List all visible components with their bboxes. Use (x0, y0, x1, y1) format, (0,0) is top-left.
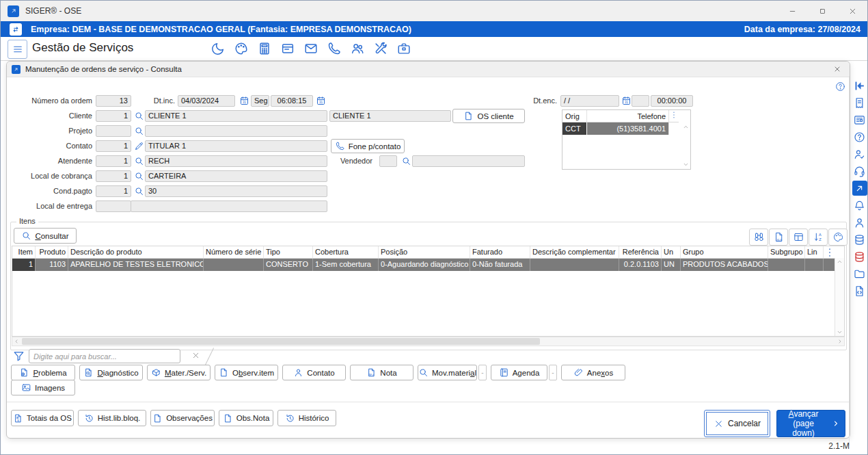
clear-search-icon[interactable] (191, 351, 202, 361)
palette-icon[interactable] (232, 39, 250, 57)
column-header-faturado[interactable]: Faturado (470, 246, 530, 258)
column-header-lin[interactable]: Lin (805, 246, 824, 258)
column-header-descricao-do-produto[interactable]: Descrição do produto (68, 246, 204, 258)
dt-enc-date-field[interactable]: / / (560, 95, 619, 107)
scroll-right-icon[interactable] (836, 338, 844, 345)
table-row[interactable]: 11103APARELHO DE TESTES ELETRONICOSCONSE… (12, 259, 844, 271)
cliente-code-field[interactable]: 1 (96, 110, 131, 122)
local-cobranca-name-field[interactable]: CARTEIRA (145, 170, 327, 182)
help-icon[interactable] (835, 81, 846, 92)
consultar-button[interactable]: Consultar (14, 228, 77, 244)
sidebar-help-icon[interactable] (852, 129, 867, 144)
phone-row[interactable]: CCT(51)3581.4001 (562, 122, 690, 135)
scroll-down-icon[interactable] (836, 328, 843, 336)
column-header-numero-de-serie[interactable]: Número de série (204, 246, 264, 258)
os-cliente-button[interactable]: OS cliente (452, 109, 525, 123)
sidebar-news-icon[interactable] (852, 112, 867, 127)
table-menu-icon[interactable] (824, 246, 836, 258)
scroll-left-icon[interactable] (12, 338, 21, 345)
historico-button[interactable]: Histórico (277, 410, 336, 426)
sidebar-database-icon[interactable] (852, 232, 867, 247)
sidebar-code-file-icon[interactable] (852, 283, 867, 298)
filter-icon[interactable] (12, 350, 26, 363)
calendar-icon[interactable]: 31 (239, 95, 250, 107)
dt-inc-time-field[interactable]: 06:08:15 (271, 95, 313, 107)
local-entrega-name-field[interactable] (131, 200, 327, 212)
phone-icon[interactable] (325, 39, 343, 57)
company-switch-icon[interactable] (10, 23, 22, 36)
observ-item-button[interactable]: Observ.item (215, 365, 278, 380)
column-header-produto[interactable]: Produto (36, 246, 68, 258)
sort-az-icon[interactable]: AZ (809, 229, 828, 246)
cond-pagto-code-field[interactable]: 1 (96, 185, 131, 197)
hist-lib-bloq-button[interactable]: Hist.lib.bloq. (78, 410, 146, 426)
dt-enc-time-field[interactable]: 00:00:00 (651, 95, 693, 107)
main-menu-button[interactable] (8, 40, 27, 59)
observacoes-button[interactable]: Observações (150, 410, 215, 426)
calendar-icon[interactable]: 31 (315, 95, 327, 107)
mov-material-dropdown-button[interactable]: - (478, 365, 487, 380)
column-header-cobertura[interactable]: Cobertura (313, 246, 379, 258)
items-vertical-scrollbar[interactable] (835, 258, 844, 336)
column-header-subgrupo[interactable]: Subgrupo (768, 246, 805, 258)
phone-col-orig[interactable]: Orig (562, 110, 587, 122)
cliente-name-field[interactable]: CLIENTE 1 (145, 110, 327, 122)
anexos-button[interactable]: Anexos (561, 365, 625, 380)
contato-code-field[interactable]: 1 (96, 140, 131, 152)
mail-icon[interactable] (302, 39, 320, 57)
vendedor-name-field[interactable] (412, 155, 525, 167)
atendente-name-field[interactable]: RECH (145, 155, 327, 167)
minimize-button[interactable] (777, 1, 807, 21)
problema-button[interactable]: Problema (11, 365, 75, 380)
atendente-code-field[interactable]: 1 (96, 155, 131, 167)
search-icon[interactable] (133, 170, 145, 182)
tools-icon[interactable] (372, 39, 390, 57)
fone-contato-button[interactable]: Fone p/contato (331, 139, 405, 153)
local-cobranca-code-field[interactable]: 1 (96, 170, 131, 182)
column-header-grupo[interactable]: Grupo (681, 246, 768, 258)
briefcase-icon[interactable] (395, 39, 413, 57)
mov-material-button[interactable]: Mov.material (418, 365, 477, 380)
sidebar-bell-icon[interactable] (852, 198, 867, 213)
column-header-item[interactable]: Item (12, 246, 36, 258)
cond-pagto-name-field[interactable]: 30 (145, 185, 327, 197)
nota-button[interactable]: NF-eNota (350, 365, 413, 380)
search-input[interactable] (29, 349, 180, 363)
palette-icon[interactable] (828, 229, 847, 246)
dialog-close-button[interactable] (831, 63, 843, 75)
scrollbar-thumb[interactable] (22, 338, 540, 345)
vendedor-code-field[interactable] (379, 155, 397, 167)
scroll-down-icon[interactable] (682, 161, 690, 168)
sidebar-arrow-ne-icon[interactable] (852, 181, 867, 196)
contato-button[interactable]: Contato (282, 365, 346, 380)
edit-icon[interactable] (133, 140, 145, 152)
phone-grid-menu-icon[interactable] (669, 110, 679, 122)
search-icon[interactable] (133, 185, 145, 197)
maximize-button[interactable] (807, 1, 837, 21)
columns-icon[interactable] (789, 229, 808, 246)
dt-enc-extra-field[interactable] (632, 95, 649, 107)
sidebar-collapse-left-icon[interactable] (852, 78, 867, 93)
column-header-tipo[interactable]: Tipo (264, 246, 313, 258)
mater-serv-button[interactable]: Mater./Serv. (147, 365, 211, 380)
items-horizontal-scrollbar[interactable] (12, 337, 845, 346)
sidebar-scroll-icon[interactable] (852, 95, 867, 110)
users-icon[interactable] (349, 39, 366, 57)
column-header-posicao[interactable]: Posição (379, 246, 470, 258)
obs-nota-button[interactable]: Obs.Nota (219, 410, 273, 426)
sidebar-headset-icon[interactable] (852, 164, 867, 179)
dt-inc-date-field[interactable]: 04/03/2024 (178, 95, 235, 107)
sidebar-person-icon[interactable] (852, 215, 867, 230)
search-icon[interactable] (133, 125, 145, 137)
contato-name-field[interactable]: TITULAR 1 (145, 140, 327, 152)
sidebar-database-red-icon[interactable] (852, 249, 867, 264)
column-header-un[interactable]: Un (662, 246, 681, 258)
imagens-button[interactable]: Imagens (11, 380, 75, 395)
phone-col-telefone[interactable]: Telefone (587, 110, 669, 122)
search-icon[interactable] (133, 110, 145, 122)
avancar-button[interactable]: Avançar(page down) (776, 410, 845, 437)
scroll-up-icon[interactable] (836, 258, 843, 265)
export-xls-icon[interactable]: XLS (769, 229, 788, 246)
sidebar-folder-icon[interactable] (852, 266, 867, 281)
moon-icon[interactable] (209, 39, 227, 57)
